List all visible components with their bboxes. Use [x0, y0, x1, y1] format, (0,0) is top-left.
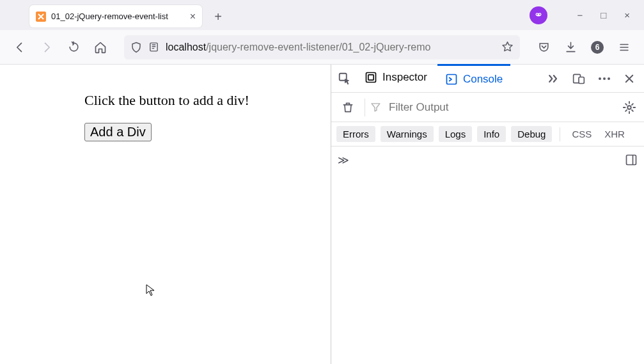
window-minimize-icon[interactable]: − [577, 10, 583, 20]
instruction-text: Click the button to add a div! [84, 91, 251, 110]
level-warnings[interactable]: Warnings [381, 126, 434, 142]
filter-input[interactable] [386, 99, 615, 116]
clear-console-icon[interactable] [336, 101, 359, 114]
level-errors[interactable]: Errors [336, 126, 375, 142]
window-close-icon[interactable]: × [624, 10, 630, 20]
url-path: /jquery-remove-event-listener/01_02-jQue… [206, 42, 430, 52]
devtools-panel: Inspector Console [331, 65, 644, 364]
svg-rect-9 [579, 77, 584, 83]
level-info[interactable]: Info [477, 126, 506, 142]
devtools-menu-icon[interactable] [593, 77, 616, 81]
filter-funnel-icon [370, 102, 381, 113]
app-menu-icon[interactable] [613, 36, 635, 58]
element-picker-icon[interactable] [335, 72, 354, 86]
tab-close-icon[interactable]: × [190, 12, 196, 22]
svg-point-11 [603, 77, 606, 80]
window-maximize-icon[interactable]: □ [601, 10, 606, 20]
console-filter-bar [331, 93, 644, 122]
tracking-shield-icon[interactable] [130, 42, 142, 53]
inspector-icon [365, 71, 377, 84]
extension-badge-icon[interactable] [530, 6, 547, 24]
toggle-xhr[interactable]: XHR [601, 127, 629, 141]
nav-toolbar: localhost/jquery-remove-event-listener/0… [0, 30, 644, 65]
bookmark-star-icon[interactable] [501, 41, 514, 53]
xampp-favicon [36, 12, 46, 22]
svg-point-12 [608, 77, 610, 80]
content-area: Click the button to add a div! Add a Div… [0, 65, 644, 364]
pocket-icon[interactable] [533, 36, 554, 58]
tab-inspector-label: Inspector [382, 71, 427, 84]
count-badge: 6 [591, 41, 604, 54]
add-div-button[interactable]: Add a Div [84, 123, 152, 141]
console-level-bar: Errors Warnings Logs Info Debug CSS XHR [331, 122, 644, 146]
plus-icon: + [214, 10, 222, 24]
downloads-icon[interactable] [560, 36, 581, 58]
svg-rect-6 [368, 75, 373, 80]
tab-inspector[interactable]: Inspector [357, 65, 435, 93]
tab-strip: 01_02-jQuery-remove-event-list × + − □ × [0, 0, 644, 30]
tab-console-label: Console [463, 73, 503, 86]
svg-rect-5 [366, 73, 376, 83]
svg-point-13 [627, 106, 631, 109]
tab-console[interactable]: Console [437, 64, 510, 92]
svg-point-10 [599, 77, 601, 80]
level-logs[interactable]: Logs [439, 126, 473, 142]
console-icon [445, 73, 458, 86]
window-controls: − □ × [530, 0, 644, 30]
console-settings-icon[interactable] [620, 100, 639, 115]
toggle-css[interactable]: CSS [568, 127, 595, 141]
webpage-viewport: Click the button to add a div! Add a Div [0, 65, 331, 364]
back-button[interactable] [9, 36, 31, 58]
url-host: localhost [166, 42, 206, 52]
console-prompt-icon: ≫ [338, 154, 349, 167]
level-debug[interactable]: Debug [511, 126, 552, 142]
home-button[interactable] [90, 36, 111, 58]
overflow-tabs-icon[interactable] [542, 72, 565, 85]
new-tab-button[interactable]: + [208, 7, 228, 26]
url-text: localhost/jquery-remove-event-listener/0… [166, 42, 495, 53]
tab-title: 01_02-jQuery-remove-event-list [51, 12, 186, 21]
devtools-close-icon[interactable] [618, 73, 640, 84]
divider [560, 127, 560, 141]
mouse-cursor-icon [146, 284, 156, 297]
svg-point-2 [540, 13, 541, 15]
devtools-tabbar: Inspector Console [331, 65, 644, 93]
svg-rect-14 [627, 155, 636, 165]
page-info-icon[interactable] [148, 42, 159, 52]
address-bar[interactable]: localhost/jquery-remove-event-listener/0… [124, 35, 520, 59]
library-count-badge[interactable]: 6 [586, 36, 608, 58]
console-input-row[interactable]: ≫ [331, 146, 644, 173]
responsive-mode-icon[interactable] [567, 72, 590, 85]
reload-button[interactable] [63, 36, 84, 58]
svg-point-1 [537, 13, 538, 15]
forward-button[interactable] [36, 36, 58, 58]
browser-tab[interactable]: 01_02-jQuery-remove-event-list × [29, 5, 202, 28]
split-console-icon[interactable] [625, 154, 638, 166]
divider [365, 99, 365, 116]
